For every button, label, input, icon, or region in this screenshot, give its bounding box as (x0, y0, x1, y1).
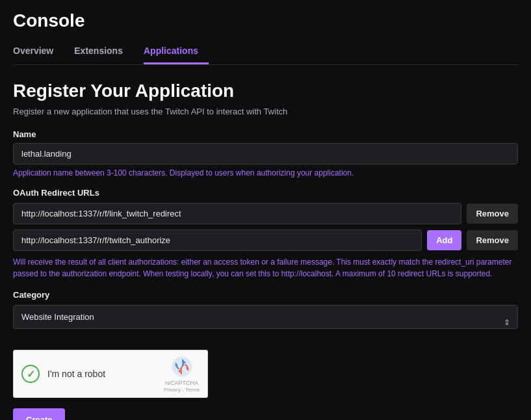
console-title: Console (13, 10, 518, 31)
oauth-section: OAuth Redirect URLs Remove Add Remove Wi… (13, 188, 518, 280)
remove-url-button-2[interactable]: Remove (467, 230, 518, 250)
tab-applications[interactable]: Applications (144, 39, 209, 64)
page-subtitle: Register a new application that uses the… (13, 107, 518, 116)
remove-url-button-1[interactable]: Remove (467, 203, 518, 224)
redirect-hint: Will receive the result of all client au… (13, 256, 518, 280)
nav-tabs: Overview Extensions Applications (13, 39, 518, 65)
redirect-row-1: Remove (13, 203, 518, 224)
oauth-label: OAuth Redirect URLs (13, 188, 518, 198)
name-label: Name (13, 129, 518, 139)
captcha-widget[interactable]: ✓ I'm not a robot reCAPTCHA Privacy - Te… (13, 350, 208, 398)
category-select-wrapper: Website Integration Game Integration Cha… (13, 305, 518, 339)
captcha-checkmark-icon: ✓ (27, 368, 35, 380)
captcha-links-text: Privacy - Terms (164, 387, 200, 393)
add-url-button[interactable]: Add (427, 230, 461, 250)
create-button[interactable]: Create (13, 408, 65, 420)
recaptcha-icon (170, 355, 194, 378)
captcha-checkbox[interactable]: ✓ (21, 365, 40, 383)
name-hint: Application name between 3-100 character… (13, 168, 518, 177)
redirect-url-input-2[interactable] (13, 230, 422, 251)
tab-overview[interactable]: Overview (13, 39, 64, 64)
captcha-brand-text: reCAPTCHA (165, 380, 198, 387)
redirect-row-2: Add Remove (13, 230, 518, 251)
subtitle-text: Register a new application that uses the… (13, 107, 287, 116)
captcha-logo: reCAPTCHA Privacy - Terms (164, 355, 200, 393)
captcha-label: I'm not a robot (47, 369, 164, 379)
tab-extensions[interactable]: Extensions (74, 39, 133, 64)
category-select[interactable]: Website Integration Game Integration Cha… (13, 305, 518, 329)
page-title: Register Your Application (13, 81, 518, 101)
app-name-input[interactable] (13, 143, 518, 164)
redirect-url-input-1[interactable] (13, 203, 461, 224)
main-content: Register Your Application Register a new… (0, 65, 531, 420)
category-label: Category (13, 290, 518, 300)
